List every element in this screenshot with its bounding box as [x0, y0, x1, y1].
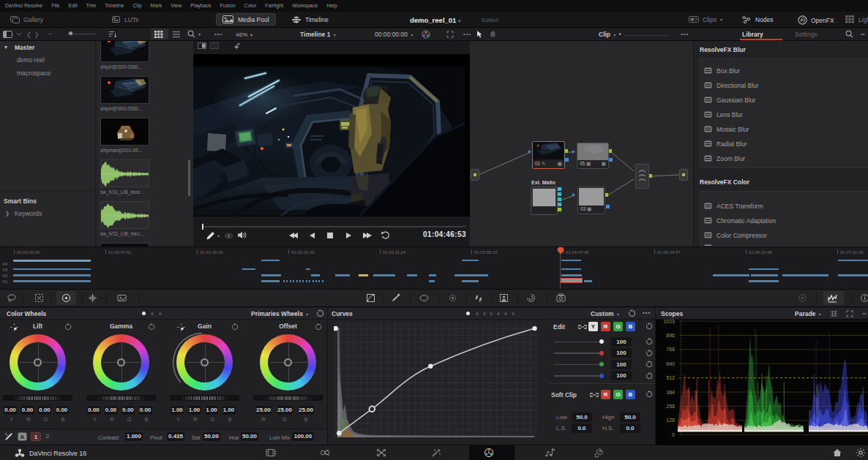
svg-text:A: A: [20, 434, 25, 440]
svg-text:512: 512: [666, 375, 675, 380]
svg-text:256: 256: [666, 404, 675, 409]
svg-text:896: 896: [666, 333, 675, 338]
svg-text:128: 128: [666, 418, 675, 423]
svg-text:1023: 1023: [663, 320, 675, 324]
svg-text:384: 384: [666, 390, 675, 395]
svg-text:640: 640: [666, 361, 675, 366]
svg-text:768: 768: [666, 347, 675, 352]
svg-text:0: 0: [672, 432, 675, 437]
